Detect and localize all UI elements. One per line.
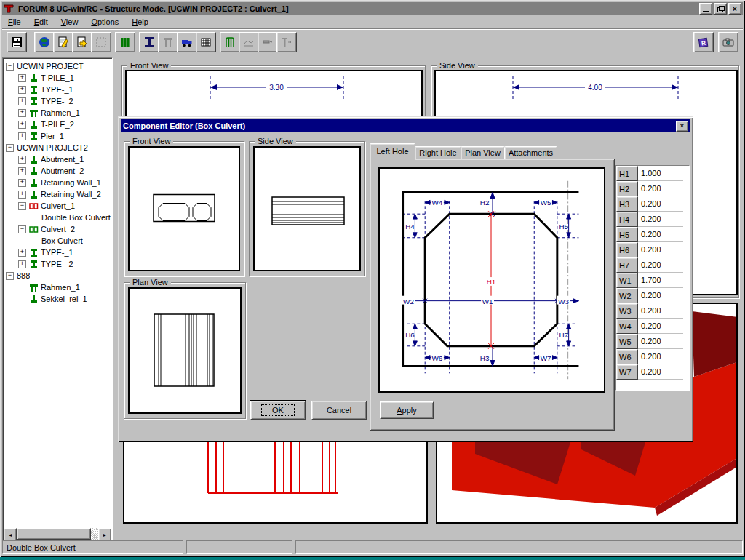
expand-icon[interactable]: + [18, 74, 26, 82]
expand-icon[interactable]: + [18, 86, 26, 94]
toolbar-button-export-document[interactable] [72, 32, 92, 52]
culvert-red-icon [29, 201, 39, 211]
table-cell-name[interactable]: W7 [616, 364, 638, 380]
tree-horizontal-scrollbar[interactable]: ◄ ► [4, 528, 111, 540]
tree-item-ucwin-project2[interactable]: −UCWIN PROJECT2 [4, 142, 111, 153]
tree-item-culvert-1[interactable]: −Culvert_1 [4, 200, 111, 212]
tree-item-rahmen-1[interactable]: Rahmen_1 [4, 281, 111, 293]
scroll-right-icon[interactable]: ► [98, 528, 111, 541]
minimize-button[interactable] [699, 3, 712, 15]
table-cell-name[interactable]: H2 [616, 181, 638, 196]
table-cell-value[interactable]: 0.200 [638, 303, 683, 319]
dimension-table: H11.000H20.200H30.200H40.200H50.200H60.2… [615, 165, 690, 391]
toolbar-button-camera[interactable] [718, 32, 738, 52]
table-cell-value[interactable]: 0.200 [638, 227, 683, 242]
toolbar-button-frame[interactable] [220, 32, 240, 52]
title-bar[interactable]: FORUM 8 UC-win/RC - Structure Mode. [UCW… [2, 2, 743, 15]
window-title: FORUM 8 UC-win/RC - Structure Mode. [UCW… [18, 4, 289, 13]
tab-left-hole[interactable]: Left Hole [370, 143, 415, 163]
table-cell-name[interactable]: H3 [616, 196, 638, 212]
cancel-button[interactable]: Cancel [311, 401, 367, 420]
table-cell-name[interactable]: W6 [616, 349, 638, 364]
tree-item-box-culvert[interactable]: Box Culvert [4, 235, 111, 247]
expand-icon[interactable]: + [18, 109, 26, 117]
apply-button[interactable]: Apply [380, 401, 434, 419]
expand-icon[interactable]: + [18, 167, 26, 175]
table-cell-value[interactable]: 0.200 [638, 257, 683, 273]
toolbar-button-truck[interactable] [177, 32, 197, 52]
toolbar-button-ibeam[interactable] [139, 32, 159, 52]
tree-item-t-pile-2[interactable]: +T-PILE_2 [4, 119, 111, 130]
table-cell-value[interactable]: 0.200 [638, 319, 683, 334]
tree-item-retaining-wall-1[interactable]: +Retaining Wall_1 [4, 177, 111, 188]
collapse-icon[interactable]: − [18, 202, 26, 210]
tree-item-type-1[interactable]: +TYPE-_1 [4, 84, 111, 95]
expand-icon[interactable]: + [18, 191, 26, 199]
dialog-title-bar[interactable]: Component Editor (Box Culvert) × [121, 119, 690, 132]
toolbar-button-report-book[interactable]: R [693, 32, 714, 52]
table-cell-name[interactable]: H5 [616, 227, 638, 242]
scrollbar-thumb[interactable] [17, 528, 91, 540]
tree-item-sekkei-rei-1[interactable]: Sekkei_rei_1 [4, 293, 111, 305]
collapse-icon[interactable]: − [6, 272, 14, 280]
menu-item-options[interactable]: Options [85, 17, 124, 27]
expand-icon[interactable]: + [18, 97, 26, 105]
tree-item-double-box-culvert[interactable]: Double Box Culvert [4, 212, 111, 223]
table-cell-name[interactable]: H6 [616, 242, 638, 257]
tree-item-abutment-1[interactable]: +Abutment_1 [4, 153, 111, 165]
table-cell-value[interactable]: 0.200 [638, 181, 683, 196]
toolbar-button-edit-document[interactable] [53, 32, 73, 52]
tree-item-type-2[interactable]: +TYPE-_2 [4, 95, 111, 107]
tree-item-t-pile-1[interactable]: +T-PILE_1 [4, 72, 111, 84]
table-cell-value[interactable]: 0.200 [638, 288, 683, 303]
table-cell-value[interactable]: 1.000 [638, 166, 683, 181]
table-cell-name[interactable]: H1 [616, 166, 638, 181]
menu-item-view[interactable]: View [55, 17, 84, 27]
table-cell-name[interactable]: W3 [616, 303, 638, 319]
toolbar-button-pillars[interactable] [115, 32, 135, 52]
expand-icon[interactable]: + [18, 132, 26, 140]
toolbar-button-grid[interactable] [196, 32, 216, 52]
table-cell-name[interactable]: W4 [616, 319, 638, 334]
tree-item-pier-1[interactable]: +Pier_1 [4, 130, 111, 142]
table-cell-value[interactable]: 0.200 [638, 196, 683, 212]
menu-item-file[interactable]: File [2, 17, 27, 27]
menu-item-help[interactable]: Help [126, 17, 154, 27]
collapse-icon[interactable]: − [6, 144, 14, 152]
table-cell-name[interactable]: H4 [616, 212, 638, 227]
dim-label-h5: H5 [559, 223, 568, 231]
table-cell-value[interactable]: 0.200 [638, 242, 683, 257]
tree-item-abutment-2[interactable]: +Abutment_2 [4, 165, 111, 177]
table-cell-name[interactable]: H7 [616, 257, 638, 273]
menu-item-edit[interactable]: Edit [28, 17, 54, 27]
table-cell-value[interactable]: 0.200 [638, 334, 683, 349]
ok-button[interactable]: OK [250, 401, 306, 420]
scroll-left-icon[interactable]: ◄ [4, 528, 17, 541]
expand-icon[interactable]: + [18, 121, 26, 129]
tree-item-culvert-2[interactable]: −Culvert_2 [4, 223, 111, 235]
toolbar-button-world[interactable] [34, 32, 55, 52]
table-cell-value[interactable]: 0.200 [638, 212, 683, 227]
expand-icon[interactable]: + [18, 260, 26, 268]
tree-item-type-1[interactable]: +TYPE-_1 [4, 247, 111, 258]
toolbar-button-save[interactable] [7, 32, 27, 52]
table-cell-value[interactable]: 0.200 [638, 349, 683, 364]
tree-item-888[interactable]: −888 [4, 270, 111, 281]
tree-item-rahmen-1[interactable]: +Rahmen_1 [4, 107, 111, 119]
collapse-icon[interactable]: − [18, 225, 26, 233]
restore-button[interactable] [714, 3, 727, 15]
expand-icon[interactable]: + [18, 156, 26, 164]
table-cell-value[interactable]: 1.700 [638, 273, 683, 288]
table-cell-name[interactable]: W1 [616, 273, 638, 288]
table-cell-value[interactable]: 0.200 [638, 364, 683, 380]
expand-icon[interactable]: + [18, 179, 26, 187]
collapse-icon[interactable]: − [6, 63, 14, 71]
dialog-close-icon[interactable]: × [676, 121, 688, 132]
tree-item-ucwin-project[interactable]: −UCWIN PROJECT [4, 60, 111, 72]
tree-item-retaining-wall-2[interactable]: +Retaining Wall_2 [4, 188, 111, 200]
table-cell-name[interactable]: W2 [616, 288, 638, 303]
table-cell-name[interactable]: W5 [616, 334, 638, 349]
tree-item-type-2[interactable]: +TYPE-_2 [4, 258, 111, 270]
expand-icon[interactable]: + [18, 249, 26, 257]
close-button[interactable]: × [728, 3, 741, 15]
